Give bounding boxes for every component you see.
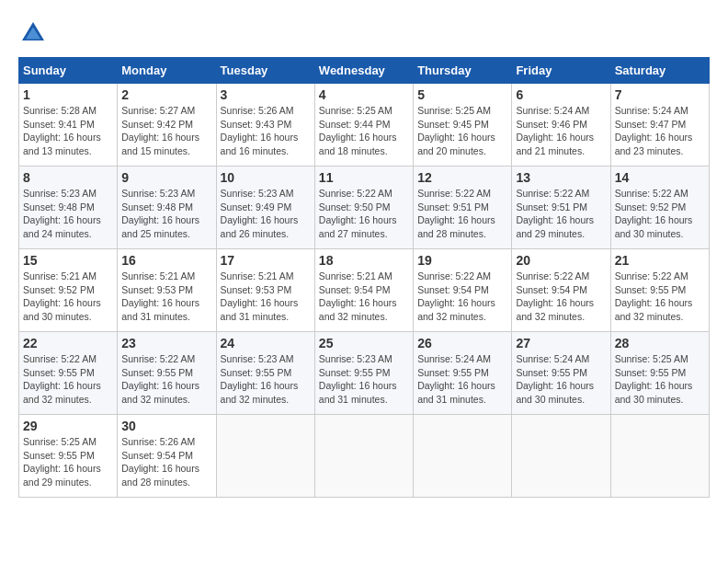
calendar-cell: 21 Sunrise: 5:22 AM Sunset: 9:55 PM Dayl… [610,249,709,332]
calendar-cell: 20 Sunrise: 5:22 AM Sunset: 9:54 PM Dayl… [512,249,610,332]
calendar-cell: 10 Sunrise: 5:23 AM Sunset: 9:49 PM Dayl… [216,167,314,249]
day-info: Sunrise: 5:22 AM Sunset: 9:52 PM Dayligh… [615,187,705,241]
calendar-cell: 14 Sunrise: 5:22 AM Sunset: 9:52 PM Dayl… [610,167,709,249]
calendar-cell [314,415,413,498]
calendar-cell: 18 Sunrise: 5:21 AM Sunset: 9:54 PM Dayl… [314,249,413,332]
calendar-cell: 1 Sunrise: 5:28 AM Sunset: 9:41 PM Dayli… [19,84,118,167]
day-info: Sunrise: 5:22 AM Sunset: 9:54 PM Dayligh… [417,270,507,324]
col-header-monday: Monday [118,58,216,84]
calendar-week-2: 8 Sunrise: 5:23 AM Sunset: 9:48 PM Dayli… [19,167,710,249]
day-info: Sunrise: 5:25 AM Sunset: 9:55 PM Dayligh… [23,435,113,489]
day-number: 8 [23,170,113,185]
day-number: 3 [221,87,311,102]
day-info: Sunrise: 5:28 AM Sunset: 9:41 PM Dayligh… [23,104,113,158]
day-number: 27 [516,336,606,350]
calendar-week-5: 29 Sunrise: 5:25 AM Sunset: 9:55 PM Dayl… [19,415,710,498]
calendar-table: SundayMondayTuesdayWednesdayThursdayFrid… [18,57,710,498]
calendar-cell: 26 Sunrise: 5:24 AM Sunset: 9:55 PM Dayl… [414,332,512,415]
calendar-cell: 13 Sunrise: 5:22 AM Sunset: 9:51 PM Dayl… [512,167,610,249]
day-info: Sunrise: 5:25 AM Sunset: 9:55 PM Dayligh… [615,352,705,407]
day-info: Sunrise: 5:23 AM Sunset: 9:55 PM Dayligh… [319,352,409,407]
day-info: Sunrise: 5:23 AM Sunset: 9:48 PM Dayligh… [121,187,211,241]
day-info: Sunrise: 5:22 AM Sunset: 9:54 PM Dayligh… [516,270,606,324]
day-number: 23 [121,336,211,350]
day-number: 14 [615,170,705,185]
calendar-cell: 2 Sunrise: 5:27 AM Sunset: 9:42 PM Dayli… [118,84,216,167]
logo-icon [18,18,48,48]
day-number: 20 [516,253,606,268]
day-info: Sunrise: 5:21 AM Sunset: 9:53 PM Dayligh… [121,270,211,324]
calendar-cell: 11 Sunrise: 5:22 AM Sunset: 9:50 PM Dayl… [314,167,413,249]
day-info: Sunrise: 5:23 AM Sunset: 9:48 PM Dayligh… [23,187,113,241]
calendar-cell: 28 Sunrise: 5:25 AM Sunset: 9:55 PM Dayl… [610,332,709,415]
day-number: 26 [417,336,507,350]
col-header-wednesday: Wednesday [314,58,413,84]
day-number: 5 [417,87,507,102]
calendar-week-4: 22 Sunrise: 5:22 AM Sunset: 9:55 PM Dayl… [19,332,710,415]
col-header-thursday: Thursday [414,58,512,84]
day-info: Sunrise: 5:24 AM Sunset: 9:47 PM Dayligh… [615,104,705,158]
day-number: 22 [23,336,113,350]
day-info: Sunrise: 5:26 AM Sunset: 9:54 PM Dayligh… [121,435,211,489]
day-number: 25 [319,336,409,350]
day-number: 30 [121,419,211,433]
day-number: 19 [417,253,507,268]
calendar-cell: 19 Sunrise: 5:22 AM Sunset: 9:54 PM Dayl… [414,249,512,332]
day-number: 24 [221,336,311,350]
calendar-header-row: SundayMondayTuesdayWednesdayThursdayFrid… [19,58,710,84]
calendar-cell: 8 Sunrise: 5:23 AM Sunset: 9:48 PM Dayli… [19,167,118,249]
day-info: Sunrise: 5:25 AM Sunset: 9:44 PM Dayligh… [319,104,409,158]
day-info: Sunrise: 5:21 AM Sunset: 9:52 PM Dayligh… [23,270,113,324]
day-info: Sunrise: 5:22 AM Sunset: 9:55 PM Dayligh… [615,270,705,324]
col-header-sunday: Sunday [19,58,118,84]
day-info: Sunrise: 5:24 AM Sunset: 9:55 PM Dayligh… [417,352,507,407]
calendar-cell [512,415,610,498]
col-header-friday: Friday [512,58,610,84]
day-info: Sunrise: 5:22 AM Sunset: 9:55 PM Dayligh… [23,352,113,407]
calendar-cell: 5 Sunrise: 5:25 AM Sunset: 9:45 PM Dayli… [414,84,512,167]
day-info: Sunrise: 5:25 AM Sunset: 9:45 PM Dayligh… [417,104,507,158]
day-number: 17 [221,253,311,268]
calendar-cell: 16 Sunrise: 5:21 AM Sunset: 9:53 PM Dayl… [118,249,216,332]
calendar-cell: 12 Sunrise: 5:22 AM Sunset: 9:51 PM Dayl… [414,167,512,249]
day-info: Sunrise: 5:22 AM Sunset: 9:51 PM Dayligh… [516,187,606,241]
day-info: Sunrise: 5:21 AM Sunset: 9:54 PM Dayligh… [319,270,409,324]
calendar-cell [414,415,512,498]
day-info: Sunrise: 5:24 AM Sunset: 9:46 PM Dayligh… [516,104,606,158]
day-number: 21 [615,253,705,268]
day-number: 29 [23,419,113,433]
col-header-saturday: Saturday [610,58,709,84]
day-number: 7 [615,87,705,102]
col-header-tuesday: Tuesday [216,58,314,84]
day-number: 13 [516,170,606,185]
day-number: 12 [417,170,507,185]
day-info: Sunrise: 5:22 AM Sunset: 9:55 PM Dayligh… [121,352,211,407]
calendar-cell: 22 Sunrise: 5:22 AM Sunset: 9:55 PM Dayl… [19,332,118,415]
calendar-cell: 9 Sunrise: 5:23 AM Sunset: 9:48 PM Dayli… [118,167,216,249]
calendar-cell: 23 Sunrise: 5:22 AM Sunset: 9:55 PM Dayl… [118,332,216,415]
logo [18,18,51,48]
calendar-cell: 30 Sunrise: 5:26 AM Sunset: 9:54 PM Dayl… [118,415,216,498]
page-header [18,18,710,48]
calendar-cell: 25 Sunrise: 5:23 AM Sunset: 9:55 PM Dayl… [314,332,413,415]
day-info: Sunrise: 5:22 AM Sunset: 9:51 PM Dayligh… [417,187,507,241]
calendar-cell: 17 Sunrise: 5:21 AM Sunset: 9:53 PM Dayl… [216,249,314,332]
day-number: 10 [221,170,311,185]
calendar-week-3: 15 Sunrise: 5:21 AM Sunset: 9:52 PM Dayl… [19,249,710,332]
day-info: Sunrise: 5:21 AM Sunset: 9:53 PM Dayligh… [221,270,311,324]
day-info: Sunrise: 5:23 AM Sunset: 9:49 PM Dayligh… [221,187,311,241]
day-number: 4 [319,87,409,102]
calendar-cell: 24 Sunrise: 5:23 AM Sunset: 9:55 PM Dayl… [216,332,314,415]
day-info: Sunrise: 5:23 AM Sunset: 9:55 PM Dayligh… [221,352,311,407]
day-number: 1 [23,87,113,102]
day-number: 11 [319,170,409,185]
calendar-cell [216,415,314,498]
day-info: Sunrise: 5:22 AM Sunset: 9:50 PM Dayligh… [319,187,409,241]
day-info: Sunrise: 5:24 AM Sunset: 9:55 PM Dayligh… [516,352,606,407]
calendar-cell: 6 Sunrise: 5:24 AM Sunset: 9:46 PM Dayli… [512,84,610,167]
day-number: 16 [121,253,211,268]
calendar-cell: 4 Sunrise: 5:25 AM Sunset: 9:44 PM Dayli… [314,84,413,167]
calendar-cell: 29 Sunrise: 5:25 AM Sunset: 9:55 PM Dayl… [19,415,118,498]
day-info: Sunrise: 5:26 AM Sunset: 9:43 PM Dayligh… [221,104,311,158]
calendar-cell [610,415,709,498]
